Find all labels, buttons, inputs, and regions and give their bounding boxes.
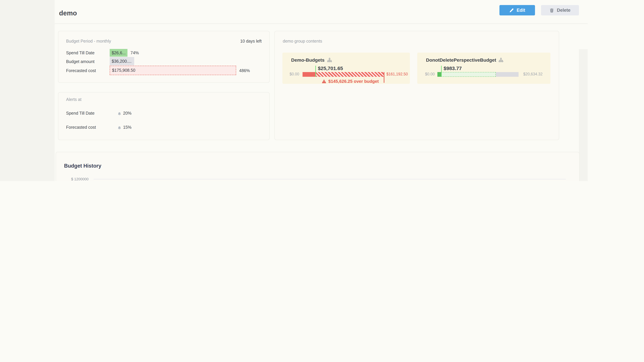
page-title: demo: [59, 9, 77, 17]
spend-till-date-label: Spend Till Date: [66, 51, 94, 55]
y-axis-label-top: $ 1200000: [64, 177, 88, 181]
alerts-heading: Alerts at: [66, 97, 82, 102]
bell-icon: [118, 111, 122, 115]
trash-icon: [550, 8, 554, 12]
spend-percent: 74%: [130, 51, 139, 55]
org-chart-icon: [327, 57, 332, 62]
budget-progress-bar: [438, 72, 518, 77]
budget-period-heading: Budget Period - monthly: [66, 39, 111, 43]
spent-segment: [438, 72, 441, 77]
group-contents-card: [274, 31, 559, 140]
alert-spend-value: 20%: [123, 111, 132, 116]
budget-tile-donotdelete[interactable]: DonotDeletePerspectiveBudget $983.77 $0.…: [417, 53, 550, 84]
forecasted-cost-box: $175,908.50: [110, 66, 236, 75]
overage-segment: [316, 72, 384, 77]
forecast-percent: 486%: [239, 68, 250, 73]
forecast-segment: [441, 72, 496, 77]
budget-tile-demo-budgets[interactable]: Demo-Budgets $25,701.65 $0.00 $161,192.5…: [282, 53, 410, 84]
budget-tile-title: Demo-Budgets: [291, 57, 332, 63]
remaining-segment: [496, 72, 518, 77]
over-budget-label: $145,626.25 over budget: [328, 79, 379, 84]
over-budget-row: $145,626.25 over budget: [312, 79, 388, 84]
delete-button[interactable]: Delete: [541, 5, 579, 15]
budget-history-title: Budget History: [64, 163, 101, 169]
bar-max-label: $161,192.50: [386, 72, 408, 76]
org-chart-icon: [498, 57, 504, 62]
app-stage: demo Edit Delete Budget Period - monthly…: [0, 0, 644, 181]
edit-button[interactable]: Edit: [500, 5, 535, 15]
days-left-label: 10 days left: [236, 39, 262, 43]
alert-spend-label: Spend Till Date: [66, 111, 94, 116]
budget-name: DonotDeletePerspectiveBudget: [426, 57, 496, 63]
budget-progress-bar: [302, 72, 384, 77]
budget-amount-chip: $36,200....: [110, 57, 134, 65]
budget-tile-title: DonotDeletePerspectiveBudget: [426, 57, 504, 63]
edit-button-label: Edit: [517, 8, 525, 13]
spend-till-date-chip: $26,6...: [110, 49, 128, 57]
group-contents-heading: demo group contents: [283, 39, 322, 43]
forecasted-cost-label: Forecasted cost: [66, 68, 96, 73]
gridline-1200000: [94, 179, 566, 179]
bell-icon: [118, 125, 122, 129]
delete-button-label: Delete: [557, 8, 570, 13]
alert-spend-value-row: 20%: [118, 111, 132, 116]
budget-marker-line: [441, 66, 442, 77]
alert-forecast-value: 15%: [123, 125, 132, 130]
pencil-icon: [509, 8, 514, 12]
left-gutter: [0, 0, 55, 181]
budget-history-chart: [94, 179, 566, 181]
bar-max-label: $20,634.32: [523, 72, 542, 76]
scroll-gutter[interactable]: [579, 49, 588, 181]
spent-amount: $983.77: [444, 65, 462, 71]
spent-segment: [302, 72, 316, 77]
warning-icon: [322, 79, 326, 83]
budget-history-panel: [56, 152, 580, 181]
alert-forecast-value-row: 15%: [118, 125, 132, 130]
budget-name: Demo-Budgets: [291, 57, 324, 63]
alerts-card: [58, 92, 270, 140]
bar-min-label: $0.00: [425, 72, 435, 76]
budget-amount-label: Budget amount: [66, 59, 94, 64]
budget-marker-line: [315, 66, 316, 77]
bar-min-label: $0.00: [290, 72, 299, 76]
spent-amount: $25,701.65: [318, 65, 343, 71]
alert-forecast-label: Forecasted cost: [66, 125, 96, 130]
